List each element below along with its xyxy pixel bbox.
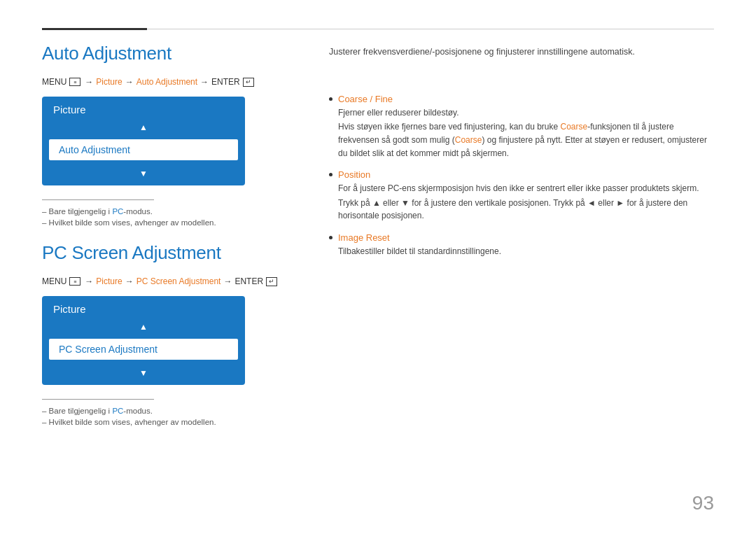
bullet-title-1: Coarse / Fine	[338, 94, 393, 104]
section1-menu-path: MENU ≡ → Picture → Auto Adjustment → ENT…	[42, 77, 301, 87]
pc-screen-adj-link: PC Screen Adjustment	[136, 276, 221, 286]
menu-box-1-title: Picture	[53, 104, 86, 115]
chevron-down-icon-2: ▼	[139, 367, 148, 379]
section1-description: Justerer frekvensverdiene/-posisjonene o…	[329, 45, 714, 59]
menu-icon-2: ≡	[69, 277, 80, 286]
section1: Auto Adjustment MENU ≡ → Picture → Auto …	[42, 43, 301, 227]
menu-box-2-header: Picture	[42, 296, 245, 319]
top-lines	[42, 28, 714, 30]
bullet-title-3: Image Reset	[338, 232, 390, 243]
top-line-light	[147, 29, 714, 29]
bullet-text-2b: Trykk på ▲ eller ▼ for å justere den ver…	[338, 197, 714, 223]
page-number: 93	[692, 492, 714, 514]
section1-title: Auto Adjustment	[42, 43, 301, 64]
menu-label: MENU	[42, 77, 66, 87]
section1-note-1: – Bare tilgjengelig i PC-modus.	[42, 207, 301, 216]
auto-adj-link: Auto Adjustment	[136, 77, 197, 87]
section2: PC Screen Adjustment MENU ≡ → Picture → …	[42, 242, 301, 426]
section2-title: PC Screen Adjustment	[42, 242, 301, 264]
menu-icon: ≡	[69, 78, 80, 86]
menu-box-1-chevron-down-row: ▼	[42, 163, 245, 185]
chevron-down-icon-1: ▼	[139, 167, 148, 180]
top-line-dark	[42, 28, 147, 30]
bullet-title-2: Position	[338, 169, 370, 180]
menu-box-1-header: Picture	[42, 97, 245, 120]
menu-box-2: Picture ▲ PC Screen Adjustment ▼	[42, 296, 245, 385]
bullet-text-2a: For å justere PC-ens skjermposisjon hvis…	[338, 182, 714, 195]
menu-selected-item-1: Auto Adjustment	[49, 139, 238, 160]
enter-label2: ENTER	[234, 276, 263, 286]
chevron-up-icon-2: ▲	[139, 321, 148, 333]
bullet-row-2: Position	[329, 169, 714, 180]
section2-note-1: – Bare tilgjengelig i PC-modus.	[42, 407, 301, 415]
bullet-dot-1	[329, 97, 332, 101]
bullets-list: Coarse / Fine Fjerner eller reduserer bi…	[329, 94, 714, 258]
right-column: Justerer frekvensverdiene/-posisjonene o…	[329, 43, 714, 513]
coarse-highlight-2: Coarse	[455, 135, 482, 145]
section1-pc-highlight-1: PC	[112, 207, 123, 216]
bullet-dot-2	[329, 173, 332, 176]
bullet-dot-3	[329, 236, 332, 239]
section2-pc-highlight: PC	[112, 407, 123, 415]
bullet-row-3: Image Reset	[329, 232, 714, 243]
menu-box-2-chevron-down-row: ▼	[42, 363, 245, 385]
menu-selected-item-2: PC Screen Adjustment	[49, 339, 238, 360]
section1-note-2: – Hvilket bilde som vises, avhenger av m…	[42, 218, 301, 227]
left-column: Auto Adjustment MENU ≡ → Picture → Auto …	[42, 43, 301, 513]
section1-divider	[42, 199, 154, 200]
picture-link2: Picture	[96, 276, 122, 286]
section2-menu-path: MENU ≡ → Picture → PC Screen Adjustment …	[42, 276, 301, 286]
coarse-highlight-1: Coarse	[560, 122, 587, 132]
picture-link1: Picture	[96, 77, 122, 87]
section2-divider	[42, 399, 154, 400]
menu-label-2: MENU	[42, 276, 66, 286]
bullet-item-3: Image Reset Tilbakestiller bildet til st…	[329, 232, 714, 258]
chevron-up-icon-1: ▲	[139, 121, 148, 134]
bullet-text-1b: Hvis støyen ikke fjernes bare ved finjus…	[338, 120, 714, 160]
bullet-item-1: Coarse / Fine Fjerner eller reduserer bi…	[329, 94, 714, 160]
enter-label1: ENTER	[211, 77, 240, 87]
bullet-text-1a: Fjerner eller reduserer bildestøy.	[338, 106, 714, 120]
menu-box-2-title: Picture	[53, 303, 86, 315]
menu-box-1-chevron-up-row: ▲	[42, 120, 245, 136]
section2-note-2: – Hvilket bilde som vises, avhenger av m…	[42, 418, 301, 426]
enter-icon2: ↵	[266, 277, 277, 286]
main-content: Auto Adjustment MENU ≡ → Picture → Auto …	[42, 43, 714, 513]
menu-box-1: Picture ▲ Auto Adjustment ▼	[42, 97, 245, 185]
bullet-item-2: Position For å justere PC-ens skjermposi…	[329, 169, 714, 223]
enter-icon1: ↵	[243, 78, 254, 87]
menu-box-2-chevron-up-row: ▲	[42, 319, 245, 336]
bullet-row-1: Coarse / Fine	[329, 94, 714, 104]
bullet-text-3a: Tilbakestiller bildet til standardinnsti…	[338, 245, 714, 258]
